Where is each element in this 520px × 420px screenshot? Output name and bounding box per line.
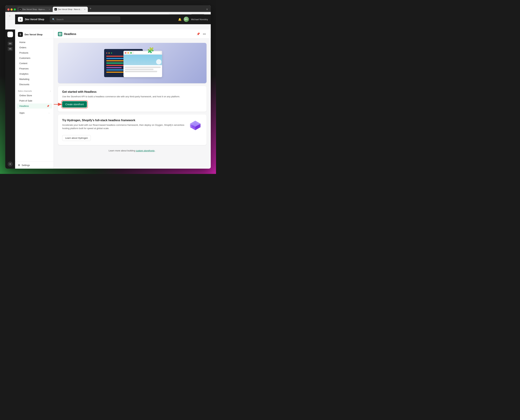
main-content: Headless 📌 •••	[54, 30, 211, 159]
custom-storefronts-link[interactable]: custom storefronts	[136, 149, 155, 152]
tab-close-1[interactable]: ✕	[48, 8, 51, 11]
sidebar-item-point-of-sale-label: Point of Sale	[19, 99, 32, 102]
app-layout: DS VS + S Dev Vercel Shop Home	[5, 30, 211, 169]
sidebar: S Dev Vercel Shop Home Orders Products C…	[15, 30, 54, 169]
rail-badge-vs-label: VS	[9, 48, 11, 50]
sidebar-item-products-label: Products	[19, 52, 28, 54]
topbar-username: Michael Novotny	[191, 18, 208, 21]
sidebar-item-discounts-label: Discounts	[19, 83, 29, 86]
main-nav: Home Orders Products Customers Content F…	[15, 39, 53, 88]
mini-browser-window	[123, 51, 162, 77]
rail-badge-ds[interactable]: DS	[8, 42, 13, 45]
search-placeholder: Search	[56, 18, 64, 21]
browser-window: S Dev Vercel Shop · Apps and sa... ✕ S D…	[5, 5, 211, 169]
store-icon: S	[18, 32, 23, 37]
sidebar-item-discounts[interactable]: Discounts	[16, 82, 52, 87]
tab-close-2[interactable]: ✕	[84, 8, 86, 11]
sidebar-item-home-label: Home	[19, 41, 25, 44]
sidebar-item-customers-label: Customers	[19, 57, 30, 59]
minimize-button[interactable]	[11, 8, 13, 11]
new-tab-button[interactable]: +	[88, 7, 93, 12]
notification-bell-icon[interactable]: 🔔	[178, 18, 182, 21]
tab-1[interactable]: S Dev Vercel Shop · Apps and sa... ✕	[17, 7, 52, 12]
pin-icon: 📌	[47, 105, 49, 107]
sales-channels-nav: Sales channels › Online Store Point of S…	[15, 88, 53, 109]
sidebar-header: S Dev Vercel Shop	[15, 30, 53, 39]
tab-title-1: Dev Vercel Shop · Apps and sa...	[22, 8, 47, 10]
fullscreen-button[interactable]	[14, 8, 16, 11]
hydrogen-illustration	[188, 119, 202, 133]
sidebar-item-marketing[interactable]: Marketing	[16, 77, 52, 82]
sidebar-item-apps[interactable]: Apps ›	[16, 110, 52, 115]
back-button[interactable]: ←	[7, 13, 12, 18]
tabs-container: S Dev Vercel Shop · Apps and sa... ✕ S D…	[17, 7, 205, 12]
page-header: Headless 📌 •••	[54, 30, 211, 39]
footer-text: Learn more about building	[109, 149, 136, 152]
page-more-icon[interactable]: •••	[202, 32, 207, 36]
footer-link-area: Learn more about building custom storefr…	[58, 148, 207, 153]
sidebar-item-point-of-sale[interactable]: Point of Sale	[16, 98, 52, 103]
sidebar-item-content-label: Content	[19, 62, 27, 65]
rail-bottom: +	[8, 162, 13, 166]
store-name: Dev Vercel Shop	[25, 33, 43, 36]
hydrogen-card: Try Hydrogen, Shopify's full-stack headl…	[58, 114, 207, 145]
traffic-lights	[7, 8, 17, 12]
get-started-title: Get started with Headless	[62, 90, 202, 93]
apps-nav: Apps ›	[15, 109, 53, 116]
sidebar-item-online-store[interactable]: Online Store	[16, 93, 52, 98]
settings-icon: ⚙	[18, 164, 20, 166]
user-avatar[interactable]: MN	[184, 17, 189, 22]
icon-dot-4	[60, 34, 61, 36]
sidebar-item-products[interactable]: Products	[16, 50, 52, 55]
sidebar-item-headless[interactable]: Headless 📌	[16, 104, 52, 109]
icon-dot-1	[59, 33, 60, 34]
icon-dot-3	[59, 34, 60, 36]
sidebar-item-finances-label: Finances	[19, 67, 29, 70]
hero-card: 🧩	[58, 43, 207, 83]
sidebar-item-home[interactable]: Home	[16, 40, 52, 45]
tab-favicon-1: S	[19, 8, 22, 11]
sidebar-item-orders-label: Orders	[19, 46, 26, 49]
get-started-card: Get started with Headless Use the Storef…	[58, 86, 207, 112]
hydrogen-desc: Accelerate your build with our React-bas…	[62, 123, 186, 130]
hero-illustration: 🧩	[101, 45, 164, 81]
puzzle-icon: 🧩	[147, 47, 154, 53]
sidebar-item-customers[interactable]: Customers	[16, 55, 52, 60]
tab-2[interactable]: S Dev Vercel Shop · New storefr... ✕	[53, 7, 88, 12]
sidebar-item-orders[interactable]: Orders	[16, 45, 52, 50]
sidebar-item-content[interactable]: Content	[16, 61, 52, 66]
topbar-store-name: Dev Vercel Shop	[25, 18, 44, 21]
mini-browser-titlebar	[123, 51, 162, 55]
learn-hydrogen-button[interactable]: Learn about Hydrogen	[62, 135, 91, 141]
add-store-button[interactable]: +	[8, 162, 13, 166]
headless-item-actions: 📌	[47, 105, 49, 107]
shopify-topbar: S Dev Vercel Shop 🔍 Search 🔔 MN Michael …	[15, 15, 211, 24]
tab-expand[interactable]: ∨	[205, 8, 209, 12]
sales-channels-chevron: ›	[50, 90, 51, 92]
sales-channels-label: Sales channels ›	[15, 89, 53, 93]
hydrogen-text: Try Hydrogen, Shopify's full-stack headl…	[62, 119, 186, 141]
icon-dot-2	[60, 33, 61, 34]
sidebar-settings[interactable]: ⚙ Settings	[15, 161, 53, 169]
sidebar-item-apps-label: Apps	[19, 112, 25, 114]
page-title: Headless	[64, 32, 76, 36]
topbar-search[interactable]: 🔍 Search	[50, 16, 120, 22]
rail-badge-ds-label: DS	[9, 43, 11, 45]
sidebar-item-finances[interactable]: Finances	[16, 66, 52, 71]
page-pin-icon[interactable]: 📌	[196, 32, 201, 36]
page-header-right: 📌 •••	[196, 32, 207, 36]
hero-image: 🧩	[58, 43, 207, 83]
red-arrow-annotation	[54, 102, 64, 107]
sidebar-item-analytics-label: Analytics	[19, 73, 29, 75]
create-btn-wrapper: Create storefront	[62, 101, 87, 107]
sidebar-item-headless-label: Headless	[19, 105, 29, 107]
mini-browser-content	[123, 65, 162, 74]
sidebar-item-analytics[interactable]: Analytics	[16, 71, 52, 76]
create-storefront-button[interactable]: Create storefront	[62, 101, 87, 107]
apps-chevron: ›	[49, 112, 49, 114]
close-button[interactable]	[7, 8, 9, 11]
sidebar-item-online-store-label: Online Store	[19, 94, 32, 97]
tab-title-2: Dev Vercel Shop · New storefr...	[58, 8, 82, 10]
rail-badge-vs[interactable]: VS	[8, 47, 13, 51]
shopify-logo	[7, 32, 13, 37]
